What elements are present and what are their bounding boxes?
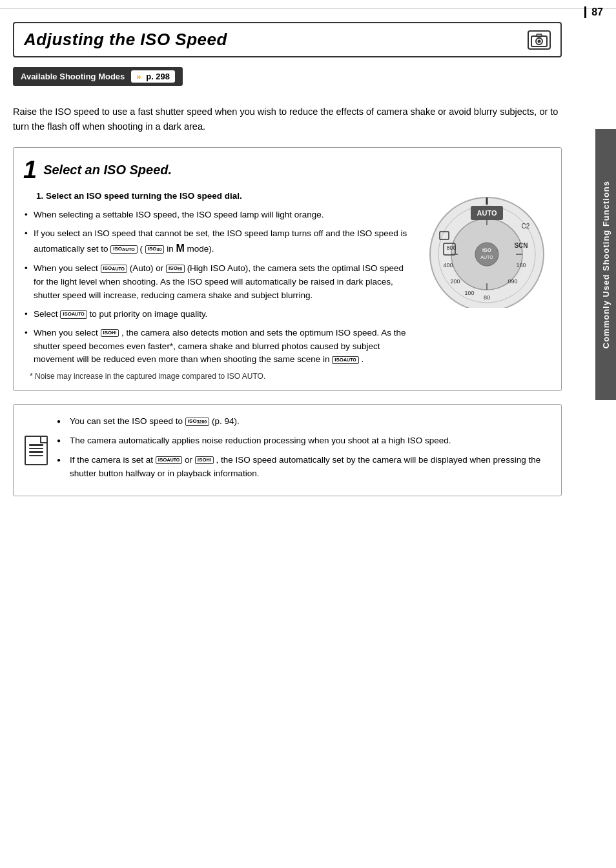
svg-text:100: 100: [464, 290, 474, 296]
svg-text:SCN: SCN: [514, 242, 528, 249]
bullet-3: When you select ISOAUTO (Auto) or ISOHI …: [23, 262, 416, 303]
main-content: Adjusting the ISO Speed Available Shooti…: [0, 12, 594, 519]
step-numbered-item: 1. Select an ISO speed turning the ISO s…: [23, 190, 416, 203]
svg-text:200: 200: [450, 278, 460, 285]
sidebar-label: Commonly Used Shooting Functions: [601, 181, 611, 348]
note-line-1: [29, 444, 43, 446]
svg-text:80: 80: [484, 294, 490, 301]
sidebar-tab: Commonly Used Shooting Functions: [595, 129, 616, 400]
iso-hi-badge-2: ISOHI: [101, 329, 119, 338]
note-item-2: The camera automatically applies noise r…: [57, 434, 551, 448]
step-text: 1. Select an ISO speed turning the ISO s…: [23, 190, 416, 381]
page-title: Adjusting the ISO Speed: [24, 30, 227, 50]
iso-3200-badge: ISO3200: [185, 418, 209, 426]
title-section: Adjusting the ISO Speed: [13, 22, 562, 57]
iso-auto-badge-2: ISOAUTO: [101, 265, 128, 273]
modes-bar-container: Available Shooting Modes » p. 298: [13, 67, 562, 96]
svg-text:090: 090: [508, 278, 517, 285]
arrows-icon: »: [136, 72, 141, 81]
iso-auto-badge-note: ISOAUTO: [156, 456, 183, 465]
svg-point-21: [475, 243, 498, 266]
step-title: Select an ISO Speed.: [43, 163, 172, 177]
step-header: 1 Select an ISO Speed.: [23, 157, 551, 182]
iso-30-badge: ISO30: [145, 245, 165, 254]
svg-text:C2: C2: [522, 223, 530, 230]
note-item-3: If the camera is set at ISOAUTO or ISOHI…: [57, 453, 551, 481]
camera-icon: [528, 30, 551, 50]
iso-auto-badge-4: ISOAUTO: [332, 356, 359, 365]
step-section: 1 Select an ISO Speed. 1. Select an ISO …: [13, 147, 562, 391]
svg-point-3: [538, 39, 541, 43]
m-mode-text: M: [176, 243, 184, 254]
page-number: 87: [584, 6, 603, 18]
svg-text:AUTO: AUTO: [477, 209, 497, 217]
dial-image: AUTO SCN C2 160 090 80 100 200 400 800: [426, 193, 551, 309]
step-body: 1. Select an ISO speed turning the ISO s…: [23, 190, 551, 381]
note-icon: [23, 414, 49, 485]
dog-ear: [40, 437, 46, 443]
step-number: 1: [23, 157, 37, 182]
note-content: You can set the ISO speed to ISO3200 (p.…: [57, 414, 551, 485]
modes-label: Available Shooting Modes: [21, 72, 125, 81]
bullet-2: If you select an ISO speed that cannot b…: [23, 227, 416, 257]
iso-hi-badge-1: ISOHI: [166, 265, 185, 273]
or-text: or: [185, 455, 192, 465]
top-bar: 87: [0, 0, 616, 9]
note-lines-icon: [25, 436, 48, 465]
note-item-1: You can set the ISO speed to ISO3200 (p.…: [57, 414, 551, 429]
svg-text:400: 400: [443, 262, 453, 268]
note-line-4: [29, 455, 43, 457]
intro-text: Raise the ISO speed to use a fast shutte…: [13, 105, 562, 134]
note-list: You can set the ISO speed to ISO3200 (p.…: [57, 414, 551, 480]
step-list: 1. Select an ISO speed turning the ISO s…: [23, 190, 416, 367]
iso-hi-badge-note: ISOHI: [195, 456, 214, 465]
svg-text:ISO: ISO: [482, 247, 491, 253]
bullet-5: When you select ISOHI , the camera also …: [23, 327, 416, 367]
numbered-item-text: Select an ISO speed turning the ISO spee…: [46, 191, 242, 201]
bullet-1: When selecting a settable ISO speed, the…: [23, 208, 416, 222]
svg-text:160: 160: [516, 262, 526, 268]
footnote: * Noise may increase in the captured ima…: [23, 372, 416, 381]
iso-auto-badge-1: ISOAUTO: [110, 245, 138, 254]
note-line-3: [29, 451, 43, 453]
available-modes-bar: Available Shooting Modes » p. 298: [13, 67, 183, 86]
iso-auto-badge-3: ISOAUTO: [60, 310, 87, 319]
note-box: You can set the ISO speed to ISO3200 (p.…: [13, 404, 562, 496]
svg-text:AUTO: AUTO: [480, 255, 493, 259]
page-ref-text: p. 298: [146, 72, 170, 81]
bullet-4: Select ISOAUTO to put priority on image …: [23, 308, 416, 321]
note-line-2: [29, 448, 43, 450]
modes-page-ref: » p. 298: [131, 70, 175, 83]
